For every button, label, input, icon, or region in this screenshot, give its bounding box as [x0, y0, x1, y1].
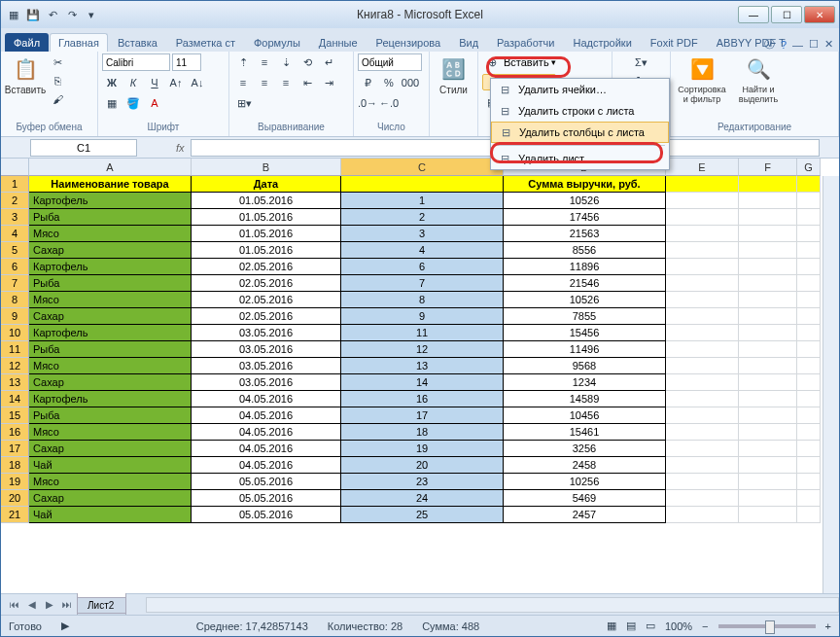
- indent-dec-icon[interactable]: ⇤: [298, 74, 317, 91]
- cell[interactable]: [666, 259, 739, 275]
- tab-Данные[interactable]: Данные: [310, 33, 367, 52]
- row-header[interactable]: 14: [1, 391, 29, 407]
- cell[interactable]: [666, 441, 739, 457]
- doc-min-icon[interactable]: —: [792, 39, 803, 51]
- align-right-icon[interactable]: ≡: [276, 74, 296, 91]
- cell[interactable]: Наименование товара: [29, 176, 192, 193]
- percent-icon[interactable]: %: [379, 74, 399, 91]
- inc-decimal-icon[interactable]: .0→: [358, 94, 377, 112]
- column-header-C[interactable]: C: [341, 159, 504, 176]
- tab-Вставка[interactable]: Вставка: [109, 33, 166, 52]
- cell[interactable]: 24: [341, 490, 504, 507]
- cell[interactable]: [797, 391, 821, 407]
- cell[interactable]: [797, 308, 821, 325]
- cell[interactable]: Картофель: [29, 325, 192, 341]
- cell[interactable]: [666, 424, 739, 441]
- row-header[interactable]: 7: [1, 275, 29, 292]
- cell[interactable]: Чай: [29, 457, 192, 474]
- delete-sheet-item[interactable]: ⊟Удалить лист: [491, 148, 669, 169]
- row-header[interactable]: 18: [1, 457, 29, 474]
- cell[interactable]: Рыба: [29, 209, 192, 226]
- font-size-combo[interactable]: 11: [172, 53, 201, 71]
- cell[interactable]: Мясо: [29, 226, 192, 242]
- cell[interactable]: [797, 441, 821, 457]
- cell[interactable]: [739, 226, 797, 242]
- cell[interactable]: [666, 407, 739, 424]
- row-header[interactable]: 8: [1, 292, 29, 308]
- bold-icon[interactable]: Ж: [102, 74, 122, 91]
- cell[interactable]: [797, 275, 821, 292]
- cell[interactable]: 9568: [504, 358, 666, 374]
- save-icon[interactable]: 💾: [24, 6, 42, 23]
- cell[interactable]: 7: [341, 275, 504, 292]
- minimize-ribbon-icon[interactable]: ⓥ: [764, 37, 775, 52]
- currency-icon[interactable]: ₽: [358, 74, 377, 91]
- cell[interactable]: [797, 358, 821, 374]
- cell[interactable]: [739, 374, 797, 391]
- paste-button[interactable]: 📋 Вставить: [5, 53, 46, 97]
- cell[interactable]: [739, 292, 797, 308]
- shrink-font-icon[interactable]: A↓: [188, 74, 207, 91]
- column-header-E[interactable]: E: [666, 159, 739, 176]
- cell[interactable]: 11896: [504, 259, 666, 275]
- cell[interactable]: 5469: [504, 490, 666, 507]
- cell[interactable]: 2: [341, 209, 504, 226]
- cell[interactable]: [739, 209, 797, 226]
- cell[interactable]: 05.05.2016: [192, 490, 341, 507]
- horizontal-scrollbar[interactable]: [146, 597, 839, 613]
- cell[interactable]: 8556: [504, 242, 666, 259]
- cell[interactable]: Картофель: [29, 391, 192, 407]
- tab-Главная[interactable]: Главная: [50, 33, 108, 52]
- cell[interactable]: 02.05.2016: [192, 259, 341, 275]
- cell[interactable]: 20: [341, 457, 504, 474]
- cell[interactable]: [739, 391, 797, 407]
- cell[interactable]: [666, 176, 739, 193]
- italic-icon[interactable]: К: [123, 74, 143, 91]
- tab-Рецензирова[interactable]: Рецензирова: [368, 33, 450, 52]
- number-format-combo[interactable]: Общий: [358, 53, 422, 71]
- tab-Foxit PDF[interactable]: Foxit PDF: [642, 33, 707, 52]
- undo-icon[interactable]: ↶: [44, 6, 61, 23]
- minimize-button[interactable]: —: [738, 6, 769, 23]
- cell[interactable]: [797, 424, 821, 441]
- row-header[interactable]: 6: [1, 259, 29, 275]
- cell[interactable]: 11496: [504, 341, 666, 358]
- cell[interactable]: 2457: [504, 507, 666, 523]
- cell[interactable]: Сахар: [29, 242, 192, 259]
- delete-rows-item[interactable]: ⊟Удалить строки с листа: [491, 100, 669, 122]
- row-header[interactable]: 11: [1, 341, 29, 358]
- macro-icon[interactable]: ▶: [61, 619, 69, 632]
- row-header[interactable]: 9: [1, 308, 29, 325]
- cell[interactable]: [739, 507, 797, 523]
- align-mid-icon[interactable]: ≡: [255, 53, 274, 71]
- zoom-level[interactable]: 100%: [665, 620, 692, 632]
- row-header[interactable]: 13: [1, 374, 29, 391]
- cell[interactable]: 13: [341, 358, 504, 374]
- wrap-text-icon[interactable]: ↵: [319, 53, 338, 71]
- cell[interactable]: 11: [341, 325, 504, 341]
- sort-filter-button[interactable]: 🔽 Сортировка и фильтр: [675, 53, 729, 106]
- cell[interactable]: Мясо: [29, 424, 192, 441]
- cell[interactable]: Мясо: [29, 474, 192, 490]
- cell[interactable]: [797, 325, 821, 341]
- select-all-button[interactable]: [1, 159, 29, 176]
- cell[interactable]: 01.05.2016: [192, 209, 341, 226]
- cell[interactable]: 23: [341, 474, 504, 490]
- tab-Вид[interactable]: Вид: [450, 33, 487, 52]
- cell[interactable]: [666, 391, 739, 407]
- cell[interactable]: [797, 209, 821, 226]
- cell[interactable]: 10526: [504, 193, 666, 209]
- sheet-tab[interactable]: Лист2: [77, 597, 126, 613]
- cell[interactable]: Сахар: [29, 441, 192, 457]
- cell[interactable]: [666, 490, 739, 507]
- align-bot-icon[interactable]: ⇣: [276, 53, 296, 71]
- cell[interactable]: [739, 424, 797, 441]
- cell[interactable]: [666, 226, 739, 242]
- cell[interactable]: 4: [341, 242, 504, 259]
- cell[interactable]: 17456: [504, 209, 666, 226]
- cell[interactable]: [739, 176, 797, 193]
- cell[interactable]: [797, 374, 821, 391]
- cell[interactable]: 04.05.2016: [192, 391, 341, 407]
- cell[interactable]: Мясо: [29, 292, 192, 308]
- cell[interactable]: [739, 457, 797, 474]
